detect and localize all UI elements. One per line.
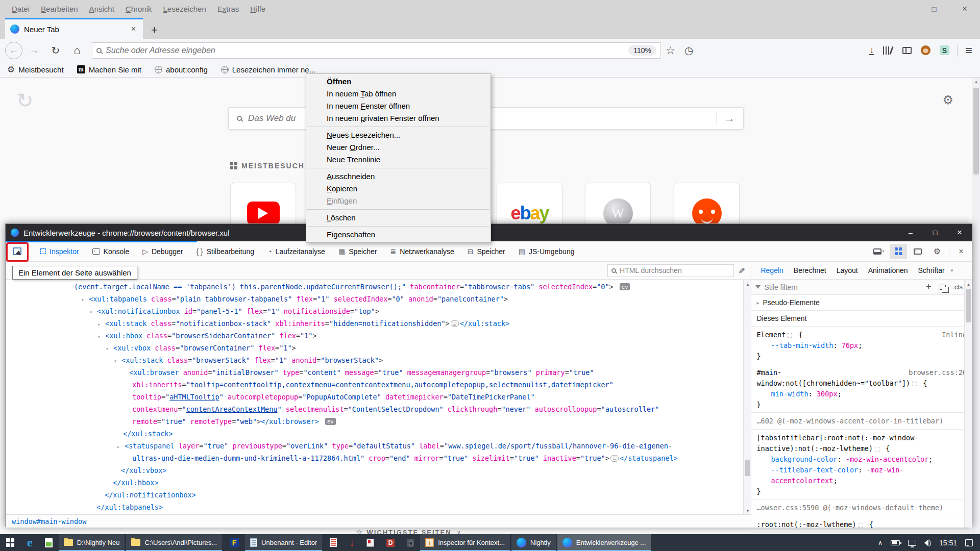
close-button[interactable]: × — [949, 0, 980, 17]
url-bar[interactable]: 110% — [92, 42, 661, 59]
new-tab-button[interactable]: + — [143, 23, 166, 39]
markup-line[interactable]: (event.target.localName == 'tabpanels') … — [6, 281, 751, 293]
css-rule[interactable]: [tabsintitlebar]:root:not(:-moz-window-i… — [751, 430, 972, 499]
context-menu-item-neuer-ordner[interactable]: Neuer Ordner... — [306, 141, 491, 154]
print-media-icon[interactable] — [940, 285, 946, 290]
bookmark-about-config[interactable]: about:config — [155, 65, 208, 74]
battery-icon[interactable] — [891, 540, 900, 545]
zoom-level-badge[interactable]: 110% — [628, 45, 656, 56]
browser-scrollbar[interactable]: ▴ — [972, 78, 980, 534]
highlighter-toggle-icon[interactable] — [859, 523, 863, 528]
pseudo-elements-section[interactable]: ▸Pseudo-Elemente — [751, 295, 972, 311]
monkey-extension-icon[interactable] — [921, 45, 930, 55]
reload-button[interactable]: ↻ — [47, 44, 64, 57]
rule-selector[interactable]: window:not([chromehidden~="toolbar"]) { — [756, 378, 967, 389]
expand-twisty-icon[interactable]: ▾ — [114, 355, 121, 367]
highlighter-toggle-icon[interactable] — [912, 382, 917, 386]
markup-line[interactable]: </xul:stack> — [6, 428, 751, 440]
rule-source-link[interactable]: browser.css:26 — [909, 367, 967, 378]
sidebar-tab-animationen[interactable]: Animationen — [868, 266, 908, 274]
scrollbar-thumb[interactable] — [745, 460, 750, 476]
css-declaration[interactable]: --tab-min-width: 76px; — [756, 340, 967, 351]
stylus-extension-icon[interactable]: S — [940, 45, 949, 55]
context-menu-item-l-schen[interactable]: Löschen — [306, 212, 491, 224]
sidebar-tab-schriftar[interactable]: Schriftar — [918, 266, 945, 274]
action-center-icon[interactable] — [965, 539, 973, 546]
menu-chronik[interactable]: Chronik — [120, 5, 158, 13]
taskbar-nightly-window[interactable]: Nightly — [511, 534, 556, 551]
sidebar-toggle-icon[interactable] — [902, 47, 912, 54]
markup-line[interactable]: <xul:browser anonid="initialBrowser" typ… — [6, 366, 751, 379]
menu-ansicht[interactable]: Ansicht — [84, 5, 120, 13]
expand-twisty-icon[interactable]: ▸ — [756, 300, 759, 306]
property-name[interactable]: --tab-min-width — [771, 341, 833, 349]
taskbar-explorer-pictures[interactable]: C:\Users\Andi\Pictures... — [126, 534, 222, 551]
rule-selector[interactable]: inactive):not(:-moz-lwtheme) { — [756, 443, 967, 454]
tab-neuer-tab[interactable]: Neuer Tab × — [5, 18, 143, 39]
menu-lesezeichen[interactable]: Lesezeichen — [158, 5, 212, 13]
devtools-tab-speicher[interactable]: ⊟Speicher — [468, 247, 505, 256]
taskbar-explorer-nightly-neu[interactable]: D:\Nightly Neu — [59, 534, 125, 551]
context-menu-item-in-neuem-privaten-fenster-ffnen[interactable]: In neuem privaten Fenster öffnen — [306, 112, 491, 124]
speaker-icon[interactable]: ) — [924, 539, 931, 546]
taskbar-camera-app[interactable] — [401, 534, 420, 551]
menu-bearbeiten[interactable]: Bearbeiten — [35, 5, 84, 13]
scrollbar-thumb[interactable] — [966, 289, 971, 322]
downloads-icon[interactable]: ↓ — [865, 45, 878, 56]
markup-code[interactable]: (event.target.localName == 'tabpanels') … — [6, 280, 751, 514]
property-name[interactable]: --titlebar-text-color — [771, 466, 858, 474]
breadcrumb[interactable]: window#main-window — [6, 514, 752, 528]
taskbar-d-app[interactable]: D — [380, 534, 401, 551]
markup-scrollbar[interactable]: ▴ ▾ — [743, 280, 751, 514]
search-go-arrow-icon[interactable]: → — [716, 112, 735, 125]
tab-close-icon[interactable]: × — [129, 24, 138, 34]
markup-line[interactable]: ▾<xul:vbox class="browserContainer" flex… — [6, 342, 751, 354]
minimize-button[interactable]: – — [888, 0, 919, 17]
property-value[interactable]: 76px — [842, 341, 859, 349]
markup-line[interactable]: </xul:tabpanels> — [6, 501, 751, 513]
taskbar-image-viewer-button[interactable] — [39, 534, 59, 551]
expand-twisty-icon[interactable]: ▸ — [117, 441, 125, 453]
property-name[interactable]: min-width — [771, 390, 808, 398]
value-token[interactable]: aHTMLTooltip — [169, 393, 219, 401]
devtools-close-toolbox-button[interactable]: × — [952, 244, 970, 259]
markup-line[interactable]: ▾<xul:stack class="browserStack" flex="1… — [6, 354, 751, 366]
bookmark-machen-sie-mit[interactable]: mMachen Sie mit — [77, 65, 141, 74]
markup-line[interactable]: </xul:hbox> — [6, 477, 751, 489]
devtools-tab-stilbearbeitung[interactable]: { }Stilbearbeitung — [196, 247, 254, 256]
menu-datei[interactable]: Datei — [6, 5, 35, 13]
hamburger-menu-icon[interactable]: ≡ — [961, 43, 977, 58]
taskbar-red-document-app[interactable] — [324, 534, 343, 551]
markup-line[interactable]: ▾<xul:notificationbox id="panel-5-1" fle… — [6, 305, 751, 317]
devtools-settings-button[interactable]: ⚙ — [928, 244, 946, 259]
markup-line[interactable]: </xul:vbox> — [6, 464, 751, 477]
markup-line[interactable]: </xul:notificationbox> — [6, 489, 751, 501]
dock-side-button[interactable]: ▾ — [870, 244, 888, 259]
home-button[interactable]: ⌂ — [68, 44, 86, 57]
rule-selector[interactable]: [tabsintitlebar]:root:not(:-moz-window- — [756, 433, 967, 443]
markup-line[interactable]: ▸<statuspanel layer="true" previoustype=… — [6, 440, 751, 452]
markup-line[interactable]: ▸<xul:stack class="notificationbox-stack… — [6, 317, 751, 330]
taskbar-edge-button[interactable]: e — [21, 534, 39, 551]
taskbar-download-manager-app[interactable]: ↓ — [343, 534, 360, 551]
devtools-maximize-button[interactable]: □ — [923, 224, 947, 241]
devtools-tab-laufzeitanalyse[interactable]: ◔Laufzeitanalyse — [267, 247, 325, 256]
context-menu-item-in-neuem-fenster-ffnen[interactable]: In neuem Fenster öffnen — [306, 100, 491, 112]
scroll-up-icon[interactable]: ▴ — [965, 280, 972, 288]
highlighter-toggle-icon[interactable] — [875, 447, 879, 452]
highlighter-toggle-icon[interactable] — [788, 333, 792, 338]
devtools-close-button[interactable]: × — [947, 224, 972, 241]
split-console-button[interactable]: › — [909, 244, 926, 259]
style-filter-input[interactable] — [764, 283, 922, 291]
markup-line[interactable]: remote="true" remoteType="web"></xul:bro… — [6, 415, 751, 428]
add-rule-icon[interactable]: + — [926, 282, 932, 292]
devtools-tab-inspektor[interactable]: Inspektor — [40, 247, 79, 256]
scroll-up-icon[interactable]: ▴ — [972, 78, 980, 85]
markup-line[interactable]: ultras-und-die-medien-dumm-und-kriminell… — [6, 452, 751, 464]
sidebar-tab-berechnet[interactable]: Berechnet — [794, 266, 826, 274]
tray-expand-icon[interactable]: ∧ — [878, 539, 883, 546]
maximize-button[interactable]: □ — [919, 0, 949, 17]
devtools-tab-js-umgebung[interactable]: ▤JS-Umgebung — [519, 247, 575, 256]
css-rule[interactable]: browser.css:26#main-window:not([chromehi… — [751, 364, 972, 413]
taskbar-clock[interactable]: 15:51 — [939, 539, 957, 547]
